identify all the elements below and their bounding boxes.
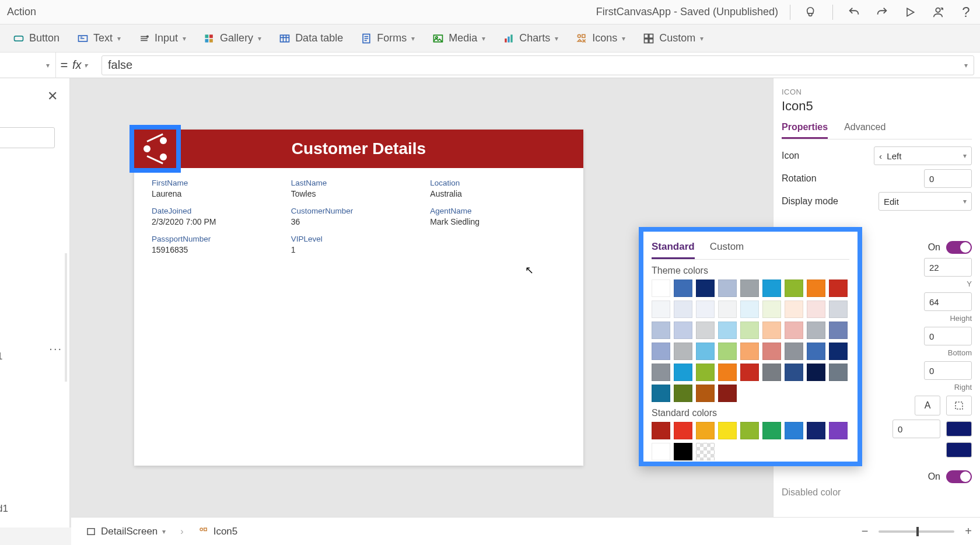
redo-icon[interactable]	[875, 5, 889, 19]
fx-icon[interactable]: fx▾	[72, 58, 102, 72]
color-swatch[interactable]	[740, 301, 759, 318]
prop-right-input[interactable]: 0	[924, 361, 972, 380]
breadcrumb-screen[interactable]: DetailScreen▾	[79, 523, 172, 540]
color-swatch[interactable]	[652, 322, 670, 339]
ribbon-datatable[interactable]: Data table	[272, 30, 350, 47]
prop-height-input[interactable]: 64	[924, 292, 972, 311]
color-swatch[interactable]	[807, 301, 825, 318]
color-swatch[interactable]	[785, 322, 803, 339]
ribbon-input[interactable]: Input▾	[131, 30, 193, 47]
color-swatch[interactable]	[785, 280, 803, 297]
color-swatch-2[interactable]	[946, 442, 972, 457]
color-swatch[interactable]	[718, 322, 737, 339]
zoom-out-button[interactable]: −	[862, 525, 869, 538]
color-swatch[interactable]	[740, 280, 759, 297]
color-swatch[interactable]	[652, 422, 670, 439]
ribbon-tab-action[interactable]: Action	[7, 6, 36, 18]
tab-properties[interactable]: Properties	[782, 122, 828, 139]
property-selector[interactable]: ▾	[0, 53, 56, 78]
undo-icon[interactable]	[847, 5, 861, 19]
color-swatch[interactable]	[740, 364, 759, 381]
ribbon-forms[interactable]: Forms▾	[354, 30, 422, 47]
color-swatch[interactable]	[762, 364, 781, 381]
color-swatch[interactable]	[807, 364, 825, 381]
color-swatch[interactable]	[674, 364, 692, 381]
ribbon-icons[interactable]: Icons▾	[569, 30, 632, 47]
color-swatch[interactable]	[696, 443, 715, 460]
color-swatch[interactable]	[829, 322, 848, 339]
color-swatch[interactable]	[652, 280, 670, 297]
color-swatch[interactable]	[674, 280, 692, 297]
close-panel-icon[interactable]: ✕	[47, 89, 58, 104]
color-swatch-1[interactable]	[946, 421, 972, 436]
ribbon-media[interactable]: Media▾	[425, 30, 492, 47]
prop-rotation-input[interactable]: 0	[924, 169, 972, 188]
prop-icon-select[interactable]: ‹ Left▾	[874, 146, 972, 165]
ribbon-charts[interactable]: Charts▾	[496, 30, 565, 47]
color-swatch[interactable]	[718, 364, 737, 381]
tree-items[interactable]: rd1 1 d1 2 1 ard1	[0, 344, 8, 522]
color-swatch[interactable]	[829, 280, 848, 297]
color-swatch[interactable]	[829, 343, 848, 360]
color-swatch[interactable]	[652, 301, 670, 318]
color-swatch[interactable]	[785, 301, 803, 318]
prop-y-input[interactable]: 22	[924, 258, 972, 277]
color-swatch[interactable]	[740, 322, 759, 339]
color-swatch[interactable]	[718, 301, 737, 318]
control-name[interactable]: Icon5	[782, 99, 972, 114]
color-swatch[interactable]	[829, 364, 848, 381]
visible-toggle[interactable]	[946, 241, 972, 254]
color-swatch[interactable]	[696, 385, 715, 402]
color-swatch[interactable]	[807, 280, 825, 297]
color-swatch[interactable]	[829, 422, 848, 439]
color-swatch[interactable]	[696, 322, 715, 339]
tree-item-more-icon[interactable]: ···	[49, 342, 62, 355]
color-swatch[interactable]	[785, 364, 803, 381]
color-swatch[interactable]	[718, 280, 737, 297]
prop-displaymode-select[interactable]: Edit▾	[878, 192, 972, 211]
ribbon-custom[interactable]: Custom▾	[636, 30, 710, 47]
color-swatch[interactable]	[718, 385, 737, 402]
color-swatch[interactable]	[762, 422, 781, 439]
play-icon[interactable]	[903, 5, 917, 19]
tree-search-input[interactable]	[0, 127, 55, 148]
app-checker-icon[interactable]	[804, 5, 818, 19]
color-swatch[interactable]	[740, 343, 759, 360]
color-swatch[interactable]	[674, 422, 692, 439]
color-swatch[interactable]	[652, 343, 670, 360]
color-swatch[interactable]	[762, 280, 781, 297]
ribbon-text[interactable]: Text▾	[70, 30, 128, 47]
border-button[interactable]	[946, 396, 972, 415]
ribbon-button[interactable]: Button	[6, 30, 66, 47]
color-swatch[interactable]	[696, 280, 715, 297]
zoom-slider[interactable]	[878, 530, 954, 533]
color-swatch[interactable]	[674, 343, 692, 360]
color-swatch[interactable]	[740, 422, 759, 439]
color-swatch[interactable]	[696, 422, 715, 439]
toggle-2[interactable]	[946, 470, 972, 483]
tab-advanced[interactable]: Advanced	[844, 122, 886, 139]
color-swatch[interactable]	[652, 443, 670, 460]
color-swatch[interactable]	[785, 422, 803, 439]
color-swatch[interactable]	[762, 301, 781, 318]
breadcrumb-control[interactable]: Icon5	[192, 523, 244, 540]
color-swatch[interactable]	[807, 422, 825, 439]
color-swatch[interactable]	[718, 343, 737, 360]
color-swatch[interactable]	[829, 301, 848, 318]
color-swatch[interactable]	[674, 322, 692, 339]
color-swatch[interactable]	[762, 322, 781, 339]
color-swatch[interactable]	[785, 343, 803, 360]
share-icon[interactable]	[931, 5, 945, 19]
color-swatch[interactable]	[696, 364, 715, 381]
zoom-in-button[interactable]: +	[965, 525, 972, 538]
prop-bottom-input[interactable]: 0	[924, 327, 972, 345]
color-swatch[interactable]	[674, 385, 692, 402]
prop-num-input[interactable]: 0	[892, 420, 940, 438]
color-swatch[interactable]	[696, 343, 715, 360]
formula-input[interactable]: false▾	[102, 55, 974, 75]
color-swatch[interactable]	[807, 343, 825, 360]
font-color-button[interactable]: A	[915, 396, 940, 415]
back-icon[interactable]	[138, 133, 173, 165]
color-swatch[interactable]	[696, 301, 715, 318]
color-swatch[interactable]	[807, 322, 825, 339]
